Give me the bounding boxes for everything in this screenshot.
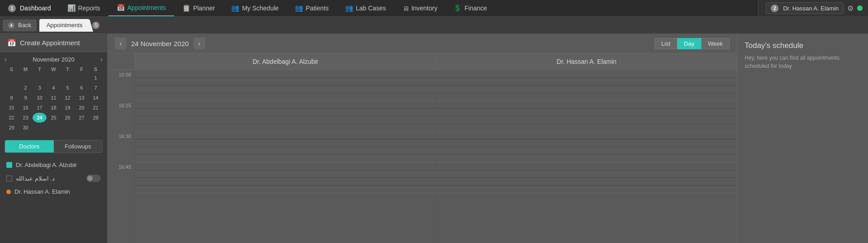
date-next-button[interactable]: ›: [193, 38, 205, 49]
calendar-day[interactable]: 6: [75, 83, 89, 93]
slot-q3[interactable]: [135, 147, 436, 155]
slot-q4[interactable]: [436, 124, 737, 131]
calendar-day[interactable]: 25: [47, 113, 61, 123]
view-week-button[interactable]: Week: [701, 38, 730, 49]
slot-q2[interactable]: [135, 78, 436, 86]
nav-item-appointments[interactable]: 📅 Appointments: [108, 0, 175, 16]
nav-item-planner[interactable]: 📋 Planner: [174, 0, 223, 16]
slot-col-alzubir[interactable]: [135, 70, 436, 243]
view-list-button[interactable]: List: [655, 38, 677, 49]
slot-q1[interactable]: [436, 70, 737, 78]
tab-followups-button[interactable]: Followups: [54, 140, 103, 152]
slot-block-hassan-1615[interactable]: [436, 101, 737, 132]
calendar-day[interactable]: 8: [5, 93, 19, 103]
doctor-checkbox-islam[interactable]: [6, 176, 12, 181]
slot-block-alzubir-1630[interactable]: [135, 132, 436, 162]
calendar-day[interactable]: 28: [89, 113, 103, 123]
calendar-day[interactable]: 19: [61, 103, 75, 113]
slot-q4[interactable]: [436, 186, 737, 193]
breadcrumb-tab-appointments[interactable]: Appointments 5: [39, 19, 90, 32]
slot-block-alzubir-1600[interactable]: [135, 70, 436, 101]
slot-block-alzubir-1615[interactable]: [135, 101, 436, 132]
slot-block-hassan-1630[interactable]: [436, 132, 737, 162]
calendar-day[interactable]: 5: [61, 83, 75, 93]
create-appointment-button[interactable]: 📅 Create Appointment: [0, 34, 107, 52]
doctor-item-hassan[interactable]: Dr. Hassan A. Elamin: [0, 185, 107, 198]
slot-q1[interactable]: [135, 132, 436, 139]
slot-q4[interactable]: [135, 155, 436, 162]
calendar-day[interactable]: 14: [89, 93, 103, 103]
slot-q3[interactable]: [436, 147, 737, 155]
slot-q4[interactable]: [135, 124, 436, 131]
calendar-day[interactable]: 30: [19, 123, 33, 133]
calendar-day[interactable]: 22: [5, 113, 19, 123]
gear-icon[interactable]: ⚙: [847, 4, 854, 13]
calendar-day[interactable]: 12: [61, 93, 75, 103]
slot-q2[interactable]: [436, 170, 737, 178]
doctor-checkbox-alzubir[interactable]: [6, 162, 12, 168]
tab-doctors-button[interactable]: Doctors: [5, 140, 54, 152]
back-button[interactable]: 4 Back: [3, 19, 37, 31]
calendar-day[interactable]: 26: [61, 113, 75, 123]
slot-q2[interactable]: [135, 170, 436, 178]
calendar-day[interactable]: 15: [5, 103, 19, 113]
slot-q3[interactable]: [135, 86, 436, 93]
nav-item-lab-cases[interactable]: 👥 Lab Cases: [337, 0, 394, 16]
nav-item-reports[interactable]: 📊 Reports: [59, 0, 108, 16]
calendar-day[interactable]: 9: [19, 93, 33, 103]
slot-q3[interactable]: [436, 86, 737, 93]
doctor-toggle-islam[interactable]: [86, 175, 101, 182]
slot-col-hassan[interactable]: [436, 70, 737, 243]
calendar-day[interactable]: 3: [33, 83, 47, 93]
slot-q3[interactable]: [436, 116, 737, 124]
nav-item-inventory[interactable]: 🖥 Inventory: [394, 0, 446, 16]
slot-q3[interactable]: [135, 178, 436, 186]
date-prev-button[interactable]: ‹: [115, 38, 127, 49]
slot-q4[interactable]: [135, 186, 436, 193]
slot-block-alzubir-1645[interactable]: [135, 162, 436, 193]
slot-q4[interactable]: [436, 155, 737, 162]
calendar-day[interactable]: 23: [19, 113, 33, 123]
slot-q1[interactable]: [436, 162, 737, 170]
calendar-day[interactable]: 10: [33, 93, 47, 103]
calendar-day[interactable]: 17: [33, 103, 47, 113]
slot-q4[interactable]: [436, 93, 737, 100]
slot-block-hassan-1645[interactable]: [436, 162, 737, 193]
slot-q2[interactable]: [436, 139, 737, 147]
calendar-day[interactable]: 4: [47, 83, 61, 93]
calendar-day[interactable]: 1: [89, 73, 103, 83]
slot-q1[interactable]: [436, 132, 737, 139]
slot-q4[interactable]: [135, 93, 436, 100]
view-day-button[interactable]: Day: [677, 38, 701, 49]
calendar-day[interactable]: 11: [47, 93, 61, 103]
slot-q2[interactable]: [135, 109, 436, 116]
slot-q2[interactable]: [436, 109, 737, 116]
slot-q1[interactable]: [436, 101, 737, 109]
slot-block-hassan-1600[interactable]: [436, 70, 737, 101]
nav-item-my-schedule[interactable]: 👥 My Schedule: [223, 0, 287, 16]
calendar-day[interactable]: 21: [89, 103, 103, 113]
doctor-item-islam[interactable]: د. اسلام عبدالله: [0, 172, 107, 185]
calendar-day[interactable]: 27: [75, 113, 89, 123]
calendar-day[interactable]: 2: [19, 83, 33, 93]
calendar-prev-button[interactable]: ‹: [5, 56, 7, 63]
nav-item-finance[interactable]: 💲 Finance: [445, 0, 495, 16]
slot-q3[interactable]: [135, 116, 436, 124]
slot-q1[interactable]: [135, 101, 436, 109]
nav-item-patients[interactable]: 👥 Patients: [287, 0, 337, 16]
slot-q3[interactable]: [436, 178, 737, 186]
doctor-item-alzubir[interactable]: Dr. Abdelbagi A. Alzubir: [0, 158, 107, 172]
calendar-day[interactable]: 13: [75, 93, 89, 103]
slot-q2[interactable]: [436, 78, 737, 86]
slot-q1[interactable]: [135, 162, 436, 170]
calendar-day[interactable]: 18: [47, 103, 61, 113]
calendar-day[interactable]: 29: [5, 123, 19, 133]
calendar-day[interactable]: 16: [19, 103, 33, 113]
nav-item-dashboard[interactable]: 1 Dashboard: [0, 0, 59, 16]
calendar-day[interactable]: 20: [75, 103, 89, 113]
slot-q2[interactable]: [135, 139, 436, 147]
calendar-day[interactable]: 7: [89, 83, 103, 93]
calendar-day[interactable]: 24: [33, 113, 47, 123]
calendar-next-button[interactable]: ›: [100, 56, 103, 63]
slot-q1[interactable]: [135, 70, 436, 78]
